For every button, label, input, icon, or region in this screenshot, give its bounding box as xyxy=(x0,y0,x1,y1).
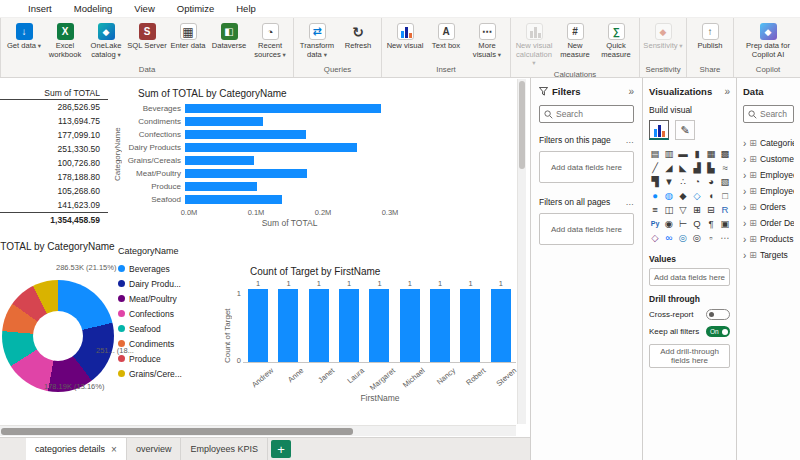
clustered-bar-chart-icon[interactable]: ▬ xyxy=(677,147,689,160)
gauge-icon[interactable]: ◖ xyxy=(705,189,717,202)
table-icon[interactable]: ⊞ xyxy=(691,203,703,216)
donut-chart[interactable] xyxy=(2,280,114,392)
column-michael[interactable] xyxy=(400,289,420,362)
column-steven[interactable] xyxy=(491,289,511,362)
data-field-targets[interactable]: Targets xyxy=(743,247,794,263)
dataverse-button[interactable]: Dataverse xyxy=(209,21,249,51)
table-row[interactable]: Beverages286,526.95 xyxy=(0,100,108,114)
format-painter-clipped-button[interactable]: painter xyxy=(0,18,1,77)
column-janet[interactable] xyxy=(309,289,329,362)
clustered-column-chart-icon[interactable]: ▮ xyxy=(691,147,703,160)
bar-chart-visual[interactable]: Sum of TOTAL by CategoryName CategoryNam… xyxy=(112,84,390,242)
get-data-button[interactable]: Get data xyxy=(4,21,44,51)
data-search-input[interactable] xyxy=(760,109,789,119)
line-clustered-column-chart-icon[interactable]: ▙ xyxy=(705,161,717,174)
azure-map-icon[interactable]: ◇ xyxy=(691,189,703,202)
vertical-scrollbar-thumb[interactable] xyxy=(519,81,525,169)
collapse-visualizations-pane-icon[interactable] xyxy=(724,86,730,97)
stacked-column-chart-icon[interactable]: ▥ xyxy=(663,147,675,160)
data-field-customers[interactable]: Customers xyxy=(743,151,794,167)
data-field-orders[interactable]: Orders xyxy=(743,199,794,215)
kpi-icon[interactable]: ◫ xyxy=(663,203,675,216)
r-script-icon[interactable]: R xyxy=(719,203,731,216)
legend-item-beverages[interactable]: Beverages xyxy=(118,261,216,276)
page-tab-overview[interactable]: overview xyxy=(127,438,182,460)
funnel-chart-icon[interactable]: ▼ xyxy=(663,175,675,188)
horizontal-scrollbar-thumb[interactable] xyxy=(1,428,353,435)
format-visual-icon[interactable] xyxy=(675,120,695,140)
new-page-button[interactable]: + xyxy=(271,440,291,458)
arcgis-map-icon[interactable]: ◎ xyxy=(677,231,689,244)
stacked-bar-chart-icon[interactable]: ▤ xyxy=(649,147,661,160)
data-field-order-details[interactable]: Order Details xyxy=(743,215,794,231)
slicer-icon[interactable]: ▽ xyxy=(677,203,689,216)
100-stacked-bar-chart-icon[interactable]: ▦ xyxy=(705,147,717,160)
bar-dairy-products[interactable] xyxy=(185,143,357,152)
menu-item-modeling[interactable]: Modeling xyxy=(74,3,113,14)
key-influencers-icon[interactable]: ◉ xyxy=(663,217,675,230)
keep-all-filters-toggle[interactable]: On xyxy=(706,326,730,337)
more-options-icon[interactable] xyxy=(626,135,635,145)
filter-dropzone[interactable]: Add data fields here xyxy=(539,151,634,183)
filters-search-input[interactable] xyxy=(556,109,629,119)
menu-item-help[interactable]: Help xyxy=(236,3,256,14)
menu-item-insert[interactable]: Insert xyxy=(28,3,52,14)
new-visual-button[interactable]: New visual xyxy=(385,21,425,51)
table-row[interactable]: Confections177,099.10 xyxy=(0,128,108,142)
card-icon[interactable]: □ xyxy=(719,189,731,202)
cross-report-toggle[interactable] xyxy=(706,309,730,320)
data-field-employees-kpi[interactable]: Employees KPI xyxy=(743,183,794,199)
scorecard-icon[interactable]: ▫ xyxy=(705,231,717,244)
table-row[interactable]: Condiments113,694.75 xyxy=(0,114,108,128)
filter-dropzone[interactable]: Add data fields here xyxy=(539,213,634,245)
table-row[interactable]: Meat/Poultry178,188.80 xyxy=(0,170,108,184)
table-row[interactable]: Dairy Products251,330.50 xyxy=(0,142,108,156)
paginated-report-icon[interactable]: ▣ xyxy=(719,217,731,230)
more-options-icon[interactable] xyxy=(626,197,635,207)
100-stacked-column-chart-icon[interactable]: ▩ xyxy=(719,147,731,160)
enter-data-button[interactable]: Enter data xyxy=(168,21,208,51)
prep-data-for-copilot-ai-button[interactable]: Prep data for Copilot AI xyxy=(737,21,799,59)
filled-map-icon[interactable]: ◍ xyxy=(663,189,675,202)
build-visual-icon[interactable] xyxy=(649,120,669,140)
table-row[interactable]: Seafood141,623.09 xyxy=(0,198,108,212)
waterfall-chart-icon[interactable]: ▜ xyxy=(649,175,661,188)
column-nancy[interactable] xyxy=(430,289,450,362)
sql-server-button[interactable]: SQL Server xyxy=(127,21,167,51)
legend-item-meat-poultry[interactable]: Meat/Poultry xyxy=(118,291,216,306)
menu-item-optimize[interactable]: Optimize xyxy=(177,3,214,14)
bar-produce[interactable] xyxy=(185,182,257,191)
new-measure-button[interactable]: New measure xyxy=(555,21,595,59)
scatter-chart-icon[interactable]: ∴ xyxy=(677,175,689,188)
page-tab-employees-kpis[interactable]: Employees KPIS xyxy=(181,438,268,460)
bar-seafood[interactable] xyxy=(185,195,282,204)
legend-item-grains-cereals[interactable]: Grains/Cere... xyxy=(118,366,216,381)
power-apps-icon[interactable]: ◇ xyxy=(649,231,661,244)
column-andrew[interactable] xyxy=(248,289,268,362)
bar-beverages[interactable] xyxy=(185,104,381,113)
drill-through-dropzone[interactable]: Add drill-through fields here xyxy=(649,344,730,368)
menu-item-view[interactable]: View xyxy=(134,3,154,14)
excel-workbook-button[interactable]: Excel workbook xyxy=(45,21,85,59)
line-stacked-column-chart-icon[interactable]: ▟ xyxy=(691,161,703,174)
page-tab-categories-details[interactable]: categories details xyxy=(26,438,127,460)
smart-narrative-icon[interactable]: ¶ xyxy=(705,217,717,230)
matrix-icon[interactable]: ⊟ xyxy=(705,203,717,216)
multi-row-card-icon[interactable]: ≡ xyxy=(649,203,661,216)
shape-map-icon[interactable]: ◆ xyxy=(677,189,689,202)
data-field-products[interactable]: Products xyxy=(743,231,794,247)
onelake-catalog-button[interactable]: OneLake catalog xyxy=(86,21,126,59)
quick-measure-button[interactable]: Quick measure xyxy=(596,21,636,59)
column-laura[interactable] xyxy=(339,289,359,362)
column-chart-visual[interactable]: Count of Target by FirstName Count of Ta… xyxy=(222,262,516,424)
column-robert[interactable] xyxy=(460,289,480,362)
more-visuals-button[interactable]: More visuals xyxy=(467,21,507,59)
text-box-button[interactable]: Text box xyxy=(426,21,466,51)
table-row[interactable]: Grains/Cereals100,726.80 xyxy=(0,156,108,170)
bar-condiments[interactable] xyxy=(185,117,263,126)
more-visuals-icon[interactable]: ⋯ xyxy=(719,231,731,244)
transform-data-button[interactable]: Transform data xyxy=(297,21,337,59)
metrics-icon[interactable]: ◎ xyxy=(691,231,703,244)
data-field-employees[interactable]: Employees xyxy=(743,167,794,183)
legend-item-dairy-products[interactable]: Dairy Produ... xyxy=(118,276,216,291)
